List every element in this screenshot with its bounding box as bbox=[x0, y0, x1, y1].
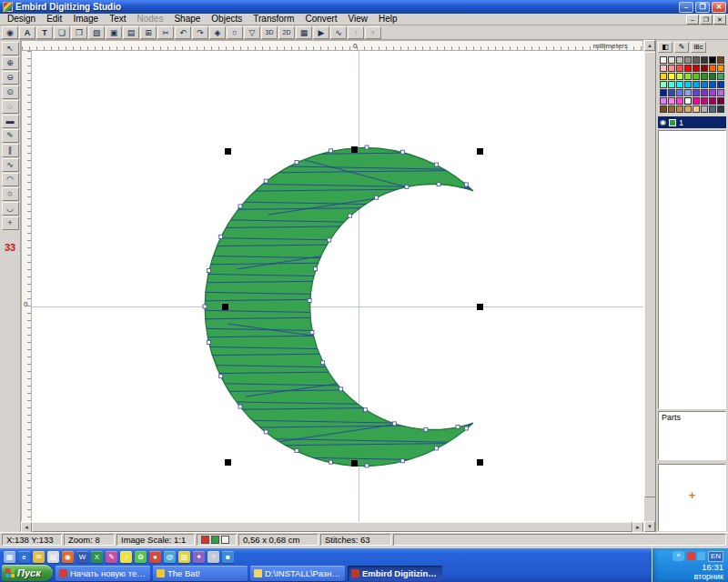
menu-transform[interactable]: Transform bbox=[248, 14, 299, 25]
palette-color-swatch[interactable] bbox=[684, 97, 692, 105]
selection-handle-top-left[interactable] bbox=[225, 148, 231, 155]
palette-color-swatch[interactable] bbox=[668, 97, 675, 105]
quicklaunch-icon[interactable]: ✉ bbox=[33, 551, 45, 563]
palette-color-swatch[interactable] bbox=[660, 81, 667, 88]
palette-color-swatch[interactable] bbox=[709, 105, 716, 113]
quicklaunch-icon[interactable]: @ bbox=[164, 551, 176, 563]
crescent-shape[interactable] bbox=[205, 148, 473, 467]
lettering-a-button[interactable]: A bbox=[19, 26, 35, 39]
palette-color-swatch[interactable] bbox=[717, 65, 724, 72]
palette-color-swatch[interactable] bbox=[693, 97, 700, 105]
zoom-out-tool[interactable]: ⊖ bbox=[2, 71, 19, 85]
selection-handle-middle-right[interactable] bbox=[477, 304, 483, 310]
quicklaunch-icon[interactable]: e bbox=[18, 551, 30, 563]
palette-options-button[interactable]: ◧ bbox=[658, 42, 672, 53]
palette-color-swatch[interactable] bbox=[668, 81, 675, 88]
palette-color-swatch[interactable] bbox=[668, 56, 675, 64]
manual-stitch-tool[interactable]: + bbox=[2, 216, 19, 230]
palette-edit-button[interactable]: ✎ bbox=[674, 42, 689, 53]
palette-color-swatch[interactable] bbox=[676, 89, 683, 96]
palette-color-swatch[interactable] bbox=[709, 73, 716, 80]
quicklaunch-icon[interactable]: ? bbox=[207, 551, 219, 563]
palette-color-swatch[interactable] bbox=[684, 105, 692, 113]
palette-color-swatch[interactable] bbox=[717, 105, 724, 113]
tray-chevron-icon[interactable]: « bbox=[672, 551, 684, 561]
visibility-eye-icon[interactable]: ◉ bbox=[660, 116, 666, 128]
menu-image[interactable]: Image bbox=[67, 14, 104, 25]
outline-tool[interactable]: ✎ bbox=[2, 129, 19, 143]
quicklaunch-icon[interactable]: ▤ bbox=[47, 551, 59, 563]
palette-color-swatch[interactable] bbox=[709, 56, 716, 64]
mdi-close-button[interactable]: ✕ bbox=[713, 15, 726, 25]
menu-edit[interactable]: Edit bbox=[41, 14, 67, 25]
selection-handle-top-right[interactable] bbox=[477, 148, 483, 155]
copy-button[interactable]: ⊞ bbox=[140, 26, 157, 39]
palette-color-swatch[interactable] bbox=[717, 89, 724, 96]
palette-color-swatch[interactable] bbox=[684, 89, 692, 96]
generate-stitches-button[interactable]: ◈ bbox=[209, 26, 226, 39]
selection-handle-bottom-right[interactable] bbox=[477, 459, 483, 466]
quicklaunch-icon[interactable]: ♪ bbox=[120, 551, 132, 563]
palette-color-swatch[interactable] bbox=[660, 65, 667, 72]
palette-color-swatch[interactable] bbox=[660, 73, 667, 80]
tray-icon[interactable] bbox=[687, 552, 695, 560]
quicklaunch-icon[interactable]: ✿ bbox=[135, 551, 147, 563]
palette-color-swatch[interactable] bbox=[660, 105, 667, 113]
palette-color-swatch[interactable] bbox=[684, 65, 692, 72]
palette-color-swatch[interactable] bbox=[693, 89, 700, 96]
zoom-window-tool[interactable]: ⊙ bbox=[2, 85, 19, 99]
vertical-scrollbar[interactable]: ▲ ▼ bbox=[643, 40, 655, 532]
palette-color-swatch[interactable] bbox=[709, 97, 716, 105]
view-3d-button[interactable]: 3D bbox=[261, 26, 278, 39]
quicklaunch-icon[interactable]: ■ bbox=[222, 551, 234, 563]
palette-color-swatch[interactable] bbox=[693, 81, 700, 88]
palette-color-swatch[interactable] bbox=[676, 73, 683, 80]
menu-objects[interactable]: Objects bbox=[206, 14, 248, 25]
palette-color-swatch[interactable] bbox=[717, 97, 724, 105]
palette-color-swatch[interactable] bbox=[701, 97, 708, 105]
quicklaunch-icon[interactable]: ◉ bbox=[62, 551, 74, 563]
palette-color-swatch[interactable] bbox=[668, 73, 675, 80]
palette-color-swatch[interactable] bbox=[693, 65, 700, 72]
palette-color-swatch[interactable] bbox=[676, 97, 683, 105]
connectors-button[interactable]: ∿ bbox=[330, 26, 347, 39]
taskbar-task-button[interactable]: D:\INSTALL\Разное\Embird bbox=[250, 566, 345, 581]
quicklaunch-icon[interactable]: ▨ bbox=[178, 551, 190, 563]
palette-color-swatch[interactable] bbox=[676, 105, 683, 113]
palette-color-swatch[interactable] bbox=[709, 65, 716, 72]
palette-color-swatch[interactable] bbox=[701, 56, 708, 64]
palette-color-swatch[interactable] bbox=[701, 65, 708, 72]
selection-handle-bottom-left[interactable] bbox=[225, 459, 231, 466]
arc-down-tool[interactable]: ◡ bbox=[2, 202, 19, 216]
horizontal-scroll-thumb[interactable] bbox=[32, 522, 632, 532]
quicklaunch-icon[interactable]: ▦ bbox=[4, 551, 15, 563]
palette-color-swatch[interactable] bbox=[693, 105, 700, 113]
mdi-minimize-button[interactable]: – bbox=[686, 15, 699, 25]
restore-button[interactable]: ❐ bbox=[695, 2, 710, 13]
horizontal-scrollbar[interactable]: ◄ ► bbox=[21, 521, 643, 532]
quicklaunch-icon[interactable]: W bbox=[76, 551, 88, 563]
clock-time[interactable]: 16:31 bbox=[702, 562, 723, 572]
selection-handle-top-middle[interactable] bbox=[351, 146, 358, 153]
palette-color-swatch[interactable] bbox=[717, 73, 724, 80]
language-indicator[interactable]: EN bbox=[708, 551, 723, 562]
menu-shape[interactable]: Shape bbox=[168, 14, 206, 25]
menu-view[interactable]: View bbox=[342, 14, 373, 25]
taskbar-task-button[interactable]: Начать новую тему :: В... bbox=[56, 566, 150, 581]
menu-text[interactable]: Text bbox=[104, 14, 131, 25]
circle-tool[interactable]: ○ bbox=[2, 187, 19, 201]
palette-color-swatch[interactable] bbox=[717, 81, 724, 88]
palette-color-swatch[interactable] bbox=[701, 81, 708, 88]
quicklaunch-icon[interactable]: ✦ bbox=[193, 551, 205, 563]
preview-button[interactable]: ◉ bbox=[2, 26, 18, 39]
palette-color-swatch[interactable] bbox=[660, 97, 667, 105]
palette-color-swatch[interactable] bbox=[684, 73, 692, 80]
cut-button[interactable]: ✂ bbox=[157, 26, 174, 39]
palette-color-swatch[interactable] bbox=[701, 105, 708, 113]
freehand-select-tool[interactable]: ◌ bbox=[2, 100, 19, 114]
print-button[interactable]: ▤ bbox=[123, 26, 139, 39]
undo-button[interactable]: ↶ bbox=[175, 26, 191, 39]
grid-button[interactable]: ▦ bbox=[296, 26, 312, 39]
quicklaunch-icon[interactable]: ● bbox=[149, 551, 161, 563]
palette-color-swatch[interactable] bbox=[668, 65, 675, 72]
